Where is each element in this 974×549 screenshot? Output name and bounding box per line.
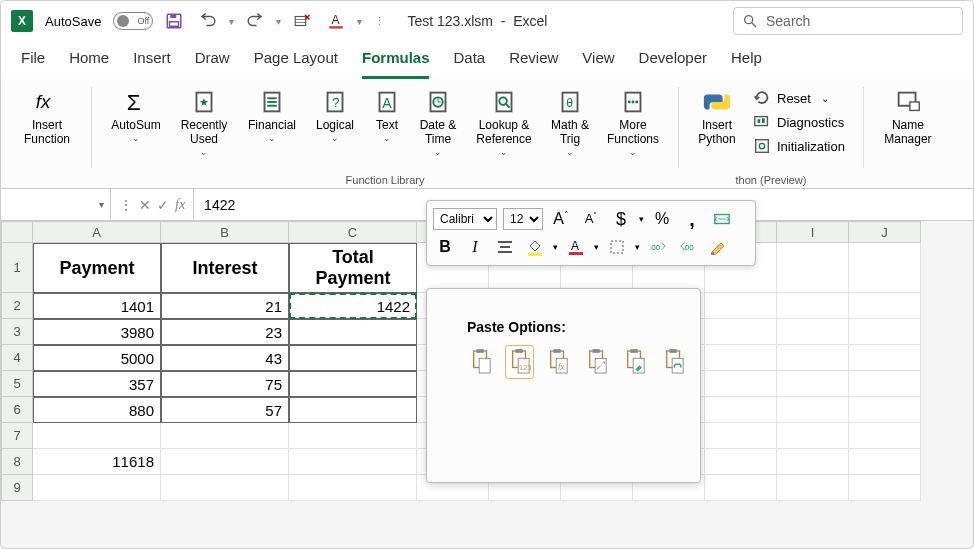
cell-a4[interactable]: 5000	[33, 345, 161, 371]
undo-button[interactable]	[195, 8, 221, 34]
initialization-button[interactable]: Initialization	[747, 135, 851, 157]
cell-c4[interactable]	[289, 345, 417, 371]
tab-page-layout[interactable]: Page Layout	[254, 49, 338, 79]
size-select[interactable]: 12	[503, 208, 543, 230]
select-all-corner[interactable]	[1, 221, 33, 243]
search-input[interactable]: Search	[733, 7, 963, 35]
recently-used-button[interactable]: ★Recently Used⌄	[172, 83, 236, 167]
tab-draw[interactable]: Draw	[195, 49, 230, 79]
cell-b2[interactable]: 21	[161, 293, 289, 319]
insert-python-button[interactable]: Insert Python	[691, 83, 743, 167]
cell-a2[interactable]: 1401	[33, 293, 161, 319]
cell-c2[interactable]: 1422	[289, 293, 417, 319]
cell-b6[interactable]: 57	[161, 397, 289, 423]
redo-caret[interactable]: ▾	[276, 16, 281, 27]
row-header-1[interactable]: 1	[1, 243, 33, 293]
tab-developer[interactable]: Developer	[639, 49, 707, 79]
row-header-2[interactable]: 2	[1, 293, 33, 319]
decrease-decimal-button[interactable]: .00	[676, 235, 700, 259]
financial-button[interactable]: Financial⌄	[240, 83, 304, 167]
comma-button[interactable]: ,	[680, 207, 704, 231]
logical-button[interactable]: ?Logical⌄	[308, 83, 362, 167]
row-header-3[interactable]: 3	[1, 319, 33, 345]
paste-link-button[interactable]	[660, 345, 688, 379]
svg-rect-64	[554, 349, 561, 353]
cell-a5[interactable]: 357	[33, 371, 161, 397]
font-select[interactable]: Calibri	[433, 208, 497, 230]
col-header-i[interactable]: I	[777, 221, 849, 243]
cell-a7[interactable]	[33, 423, 161, 449]
paste-button[interactable]	[467, 345, 495, 379]
cell-b1[interactable]: Interest	[161, 243, 289, 293]
italic-button[interactable]: I	[463, 235, 487, 259]
reset-button[interactable]: Reset⌄	[747, 87, 851, 109]
paste-transpose-button[interactable]	[583, 345, 611, 379]
insert-function-button[interactable]: fx Insert Function	[15, 83, 79, 167]
font-color-caret[interactable]: ▾	[357, 16, 362, 27]
cell-c6[interactable]	[289, 397, 417, 423]
format-painter-button[interactable]	[706, 235, 730, 259]
accounting-format-button[interactable]: $	[609, 207, 633, 231]
tab-view[interactable]: View	[582, 49, 614, 79]
paste-formulas-button[interactable]: fx	[544, 345, 572, 379]
cell-b5[interactable]: 75	[161, 371, 289, 397]
redo-button[interactable]	[242, 8, 268, 34]
diagnostics-button[interactable]: Diagnostics	[747, 111, 851, 133]
col-header-c[interactable]: C	[289, 221, 417, 243]
text-button[interactable]: AText⌄	[366, 83, 408, 167]
cell-a1[interactable]: Payment	[33, 243, 161, 293]
tab-file[interactable]: File	[21, 49, 45, 79]
merge-button[interactable]	[710, 207, 734, 231]
enter-icon[interactable]: ✓	[157, 197, 169, 213]
cell-c5[interactable]	[289, 371, 417, 397]
cell-b4[interactable]: 43	[161, 345, 289, 371]
cell-a3[interactable]: 3980	[33, 319, 161, 345]
row-header-9[interactable]: 9	[1, 475, 33, 501]
math-trig-button[interactable]: θMath & Trig⌄	[544, 83, 596, 167]
increase-decimal-button[interactable]: .00	[646, 235, 670, 259]
tab-formulas[interactable]: Formulas	[362, 49, 430, 79]
font-color-mini-button[interactable]: A	[564, 235, 588, 259]
qat-button-1[interactable]	[289, 8, 315, 34]
autosave-toggle[interactable]: Off	[113, 12, 153, 30]
fx-icon[interactable]: fx	[175, 197, 185, 213]
grow-font-button[interactable]: A˄	[549, 207, 573, 231]
more-functions-button[interactable]: More Functions⌄	[600, 83, 666, 167]
tab-review[interactable]: Review	[509, 49, 558, 79]
col-header-j[interactable]: J	[849, 221, 921, 243]
undo-caret[interactable]: ▾	[229, 16, 234, 27]
cell-c3[interactable]	[289, 319, 417, 345]
cell-a8[interactable]: 11618	[33, 449, 161, 475]
name-box[interactable]: ▾	[1, 189, 111, 220]
font-color-button[interactable]: A	[323, 8, 349, 34]
row-header-4[interactable]: 4	[1, 345, 33, 371]
tab-home[interactable]: Home	[69, 49, 109, 79]
paste-formatting-button[interactable]	[621, 345, 649, 379]
col-header-b[interactable]: B	[161, 221, 289, 243]
lookup-reference-button[interactable]: Lookup & Reference⌄	[468, 83, 540, 167]
name-manager-button[interactable]: Name Manager	[876, 83, 940, 167]
date-time-button[interactable]: Date & Time⌄	[412, 83, 464, 167]
row-header-5[interactable]: 5	[1, 371, 33, 397]
cell-a6[interactable]: 880	[33, 397, 161, 423]
bold-button[interactable]: B	[433, 235, 457, 259]
qat-overflow[interactable]: ⋮	[374, 15, 385, 28]
paste-values-button[interactable]: 123	[505, 345, 534, 379]
align-button[interactable]	[493, 235, 517, 259]
borders-button[interactable]	[605, 235, 629, 259]
row-header-6[interactable]: 6	[1, 397, 33, 423]
tab-data[interactable]: Data	[453, 49, 485, 79]
save-button[interactable]	[161, 8, 187, 34]
cancel-icon[interactable]: ✕	[139, 197, 151, 213]
fill-color-button[interactable]	[523, 235, 547, 259]
tab-help[interactable]: Help	[731, 49, 762, 79]
col-header-a[interactable]: A	[33, 221, 161, 243]
autosum-button[interactable]: ΣAutoSum⌄	[104, 83, 168, 167]
row-header-8[interactable]: 8	[1, 449, 33, 475]
tab-insert[interactable]: Insert	[133, 49, 171, 79]
cell-c1[interactable]: Total Payment	[289, 243, 417, 293]
shrink-font-button[interactable]: A˅	[579, 207, 603, 231]
cell-b3[interactable]: 23	[161, 319, 289, 345]
row-header-7[interactable]: 7	[1, 423, 33, 449]
percent-button[interactable]: %	[650, 207, 674, 231]
